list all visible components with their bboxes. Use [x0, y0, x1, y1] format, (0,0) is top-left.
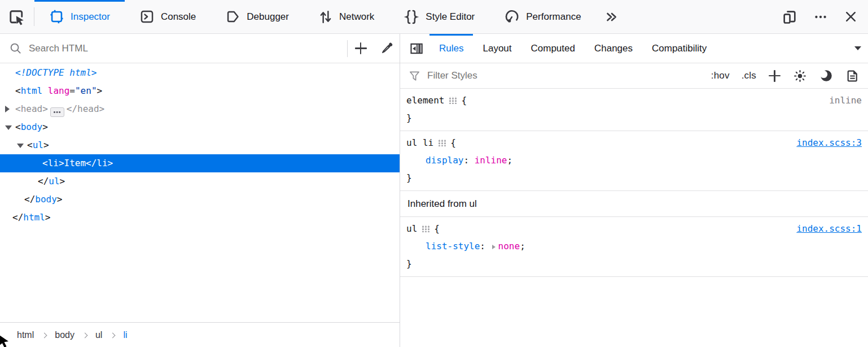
markup-token: body	[21, 122, 43, 132]
markup-token: html	[21, 85, 43, 96]
rule-close-line: }	[400, 169, 868, 186]
property-name[interactable]: list-style	[426, 241, 480, 251]
markup-row[interactable]: <html lang="en">	[0, 82, 400, 100]
markup-row[interactable]: </html>	[0, 209, 400, 227]
selector-highlighter-icon[interactable]	[422, 225, 429, 232]
tab-performance[interactable]: Performance	[489, 0, 595, 33]
tab-layout[interactable]: Layout	[473, 34, 521, 63]
print-simulation-button[interactable]	[845, 69, 860, 83]
close-devtools-button[interactable]	[836, 0, 868, 33]
tab-rules[interactable]: Rules	[429, 34, 473, 63]
search-icon	[9, 42, 22, 55]
selector-highlighter-icon[interactable]	[438, 139, 446, 146]
tab-inspector[interactable]: Inspector	[34, 0, 125, 33]
collapsed-content-badge[interactable]	[50, 107, 64, 117]
css-declaration[interactable]: display: inline;	[400, 151, 868, 169]
colon: :	[480, 241, 490, 251]
tab-computed[interactable]: Computed	[521, 34, 585, 63]
tab-label: Performance	[526, 11, 581, 23]
tab-label: Network	[339, 11, 374, 23]
responsive-design-mode-button[interactable]	[774, 0, 805, 33]
close-brace: }	[406, 112, 412, 123]
tab-console[interactable]: Console	[125, 0, 211, 33]
tab-style-editor[interactable]: Style Editor	[389, 0, 489, 33]
markup-row-selected[interactable]: <li>Item</li>	[0, 154, 400, 172]
markup-token: </	[38, 176, 49, 186]
rule-selector[interactable]: element	[406, 95, 444, 106]
markup-token: </	[12, 212, 23, 223]
twisty-expanded-icon[interactable]	[5, 125, 12, 130]
search-html-input[interactable]	[28, 42, 347, 55]
markup-token: >	[45, 212, 51, 223]
tab-debugger[interactable]: Debugger	[211, 0, 304, 33]
eyedropper-button[interactable]	[374, 34, 400, 63]
light-theme-simulation-button[interactable]	[793, 69, 807, 83]
markup-token: li	[97, 158, 107, 168]
markup-token: </	[24, 194, 35, 205]
markup-token: Item	[64, 158, 86, 168]
twisty-expanded-icon[interactable]	[17, 144, 24, 148]
breadcrumb-item-li[interactable]: li	[123, 330, 127, 340]
markup-row[interactable]: </ul>	[0, 172, 400, 190]
property-value[interactable]: inline	[475, 155, 507, 166]
tab-changes[interactable]: Changes	[585, 34, 642, 63]
breadcrumb-item-body[interactable]: body	[55, 330, 74, 340]
filter-styles-row: :hov .cls	[400, 63, 868, 89]
all-tabs-button[interactable]	[848, 34, 868, 63]
markup-row[interactable]: </body>	[0, 190, 400, 209]
filter-styles-input[interactable]	[426, 70, 550, 82]
markup-row[interactable]: <body>	[0, 118, 400, 136]
markup-token: ul	[49, 176, 59, 186]
element-picker-button[interactable]	[0, 0, 34, 33]
markup-token: >	[97, 85, 103, 96]
value-expander-icon[interactable]	[492, 245, 496, 249]
markup-token: <	[15, 85, 21, 96]
pseudo-class-toggle[interactable]: :hov	[711, 70, 730, 81]
breadcrumb-separator-icon	[42, 332, 47, 338]
property-value[interactable]: none	[498, 241, 520, 251]
network-icon	[318, 9, 333, 25]
devtools-menu-button[interactable]	[805, 0, 836, 33]
markup-row[interactable]: <head></head>	[0, 100, 400, 118]
css-declaration[interactable]: list-style: none;	[400, 237, 868, 255]
markup-row[interactable]: <!DOCTYPE html>	[0, 64, 400, 82]
tab-network[interactable]: Network	[304, 0, 389, 33]
print-icon	[845, 69, 860, 83]
markup-token: >	[43, 140, 49, 150]
devtools-window: { "toolbar": { "tabs": [ {"label": "Insp…	[0, 0, 868, 347]
breadcrumb-item-ul[interactable]: ul	[95, 330, 102, 340]
semicolon: ;	[507, 155, 513, 166]
breadcrumb-item-html[interactable]: html	[17, 330, 34, 340]
selector-highlighter-icon[interactable]	[449, 97, 457, 104]
tab-label: Compatibility	[652, 43, 707, 54]
stylesheet-link[interactable]: index.scss:3	[796, 134, 862, 151]
markup-search-row	[0, 34, 400, 63]
tab-compatibility[interactable]: Compatibility	[642, 34, 716, 63]
property-name[interactable]: display	[426, 155, 463, 166]
sidebar-toggle-button[interactable]	[404, 34, 429, 63]
tab-label: Debugger	[247, 11, 289, 23]
responsive-design-icon	[782, 9, 797, 25]
rule-selector[interactable]: ul	[406, 223, 417, 234]
breadcrumb-separator-icon	[110, 332, 116, 338]
rule-selector[interactable]: ul li	[406, 137, 433, 148]
rules-panel: Rules Layout Computed Changes Compatibil…	[400, 34, 868, 347]
close-brace: }	[406, 172, 412, 183]
tab-label: Inspector	[71, 11, 110, 23]
more-tools-button[interactable]	[596, 0, 626, 33]
add-node-button[interactable]	[348, 34, 374, 63]
debugger-icon	[225, 9, 240, 24]
class-toggle[interactable]: .cls	[742, 70, 756, 81]
panel-splitter[interactable]	[400, 34, 400, 347]
stylesheet-link[interactable]: index.scss:1	[796, 220, 862, 237]
markup-row[interactable]: <ul>	[0, 136, 400, 154]
css-rule: element{inline}	[400, 89, 868, 131]
twisty-collapsed-icon[interactable]	[5, 106, 10, 112]
rule-selector-line: element{inline	[400, 92, 868, 109]
dark-theme-simulation-button[interactable]	[819, 68, 834, 83]
add-rule-button[interactable]	[768, 70, 781, 83]
eyedropper-icon	[379, 41, 394, 56]
markup-token: =	[69, 85, 75, 96]
meatball-menu-icon	[813, 10, 828, 24]
css-rule: ul li{index.scss:3display: inline;}	[400, 131, 868, 191]
